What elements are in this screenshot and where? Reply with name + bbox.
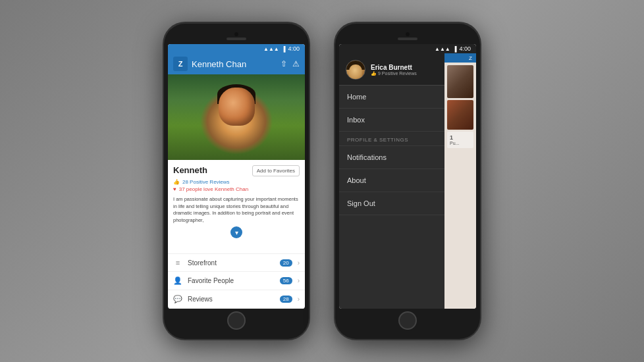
front-camera xyxy=(234,32,238,36)
phone-1: ▲▲▲ ▐ 4:00 Z Kenneth Chan ⇧ ⚠ xyxy=(164,23,309,339)
favorites-label: Favorite People xyxy=(188,277,275,284)
phone2-right-panel: Z 1 Pu... xyxy=(444,53,476,309)
review-count-label: 28 Positive Reviews xyxy=(182,179,230,185)
app-bar-title: Kenneth Chan xyxy=(192,59,277,69)
profile-name: Kenneth xyxy=(173,165,207,175)
storefront-chevron: › xyxy=(298,259,300,267)
signout-label: Sign Out xyxy=(347,199,375,207)
drawer-item-about[interactable]: About xyxy=(339,169,444,192)
app-bar-1: Z Kenneth Chan ⇧ ⚠ xyxy=(168,53,305,74)
profile-info: Kenneth Add to Favorites 👍 28 Positive R… xyxy=(168,160,305,253)
about-label: About xyxy=(347,176,366,184)
head-graphic xyxy=(219,88,255,126)
expand-row: ▾ xyxy=(173,226,300,238)
time-display: 4:00 xyxy=(288,45,300,52)
home-button[interactable] xyxy=(227,311,246,330)
earpiece xyxy=(227,38,246,40)
signal-icon-2: ▲▲▲ xyxy=(435,46,450,52)
storefront-icon: ≡ xyxy=(173,259,182,267)
user-avatar xyxy=(346,60,365,80)
app-bar-actions: ⇧ ⚠ xyxy=(281,59,300,68)
thumb-card-1 xyxy=(447,65,473,98)
card-number: 1 xyxy=(450,134,471,141)
right-status-text: Z xyxy=(469,55,472,61)
navigation-drawer: Erica Burnett 👍 9 Positive Reviews Home … xyxy=(339,53,444,309)
reviews-badge: 28 xyxy=(280,296,292,303)
battery-icon: ▐ xyxy=(282,46,286,52)
add-favorites-button[interactable]: Add to Favorites xyxy=(252,165,300,176)
drawer-item-home[interactable]: Home xyxy=(339,86,444,109)
phone-2: ▲▲▲ ▐ 4:00 Erica Burnett 👍 xyxy=(335,23,480,339)
face-graphic xyxy=(213,88,259,140)
alert-icon[interactable]: ⚠ xyxy=(292,59,300,68)
reviews-menu-item[interactable]: 💬 Reviews 28 › xyxy=(168,290,305,309)
reviews-label: Reviews xyxy=(188,296,275,303)
love-label: 37 people love Kenneth Chan xyxy=(179,186,248,192)
profile-name-row: Kenneth Add to Favorites xyxy=(173,165,300,176)
profile-image xyxy=(168,74,305,160)
notifications-label: Notifications xyxy=(347,153,387,161)
favorites-menu-item[interactable]: 👤 Favorite People 56 › xyxy=(168,272,305,290)
reviews-icon: 💬 xyxy=(173,295,182,303)
back-label: Z xyxy=(178,60,183,68)
drawer-menu: Home Inbox PROFILE & SETTINGS Notificati… xyxy=(339,86,444,309)
battery-icon-2: ▐ xyxy=(453,46,457,52)
thumb-card-2-wrapper xyxy=(447,100,473,130)
thumb-card-1-wrapper xyxy=(447,65,473,98)
expand-button[interactable]: ▾ xyxy=(230,226,242,238)
drawer-item-signout[interactable]: Sign Out xyxy=(339,192,444,215)
drawer-subtitle: 👍 9 Positive Reviews xyxy=(371,71,438,76)
right-status-overlay: Z xyxy=(444,53,476,63)
status-bar-2: ▲▲▲ ▐ 4:00 xyxy=(339,44,476,53)
phone2-screen: ▲▲▲ ▐ 4:00 Erica Burnett 👍 xyxy=(339,44,476,309)
front-camera-2 xyxy=(406,32,410,36)
right-content: 1 Pu... xyxy=(444,63,476,151)
reviews-chevron: › xyxy=(298,296,300,303)
love-row: ♥ 37 people love Kenneth Chan xyxy=(173,186,300,192)
thumb-card-2 xyxy=(447,100,473,130)
back-button[interactable]: Z xyxy=(173,57,188,71)
signal-icon: ▲▲▲ xyxy=(263,46,279,52)
storefront-label: Storefront xyxy=(188,259,275,267)
home-label: Home xyxy=(347,93,366,101)
time-display-2: 4:00 xyxy=(459,45,471,52)
review-row: 👍 28 Positive Reviews xyxy=(173,179,300,185)
heart-icon: ♥ xyxy=(173,186,176,192)
card-text: Pu... xyxy=(450,141,471,145)
profile-menu: ≡ Storefront 20 › 👤 Favorite People 56 ›… xyxy=(168,253,305,309)
inbox-label: Inbox xyxy=(347,116,365,124)
earpiece-2 xyxy=(398,38,417,40)
phone1-screen: ▲▲▲ ▐ 4:00 Z Kenneth Chan ⇧ ⚠ xyxy=(168,44,305,309)
avatar-face xyxy=(349,65,362,79)
drawer-header: Erica Burnett 👍 9 Positive Reviews xyxy=(339,53,444,86)
share-icon[interactable]: ⇧ xyxy=(281,59,287,68)
drawer-user-info: Erica Burnett 👍 9 Positive Reviews xyxy=(371,64,438,76)
storefront-menu-item[interactable]: ≡ Storefront 20 › xyxy=(168,254,305,272)
favorites-chevron: › xyxy=(298,277,300,284)
card-label: 1 Pu... xyxy=(447,132,473,148)
bio-text: I am passionate about capturing your imp… xyxy=(173,196,300,224)
drawer-item-notifications[interactable]: Notifications xyxy=(339,146,444,169)
status-bar-1: ▲▲▲ ▐ 4:00 xyxy=(168,44,305,53)
thumbs-up-icon-drawer: 👍 xyxy=(371,71,377,76)
favorites-badge: 56 xyxy=(280,277,292,284)
thumbs-up-icon: 👍 xyxy=(173,179,180,185)
phone2-main-content: Erica Burnett 👍 9 Positive Reviews Home … xyxy=(339,53,476,309)
drawer-reviews-label: 9 Positive Reviews xyxy=(378,71,417,76)
drawer-username: Erica Burnett xyxy=(371,64,438,71)
profile-photo xyxy=(168,74,305,160)
storefront-badge: 20 xyxy=(280,259,292,267)
home-button-2[interactable] xyxy=(398,311,417,330)
favorites-icon: 👤 xyxy=(173,276,182,285)
drawer-item-inbox[interactable]: Inbox xyxy=(339,109,444,132)
drawer-section-profile: PROFILE & SETTINGS xyxy=(339,132,444,146)
